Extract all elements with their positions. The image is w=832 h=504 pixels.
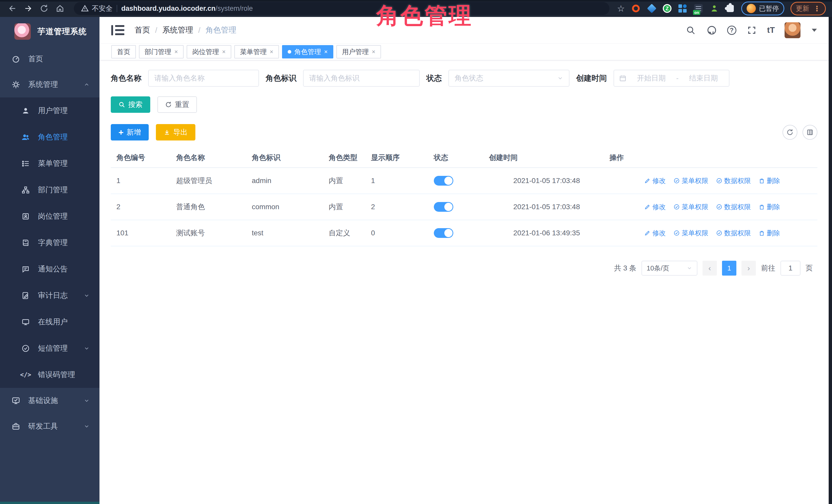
extension-ring-icon[interactable] <box>631 4 641 13</box>
status-toggle[interactable] <box>434 176 453 186</box>
role-name-input[interactable] <box>148 70 259 87</box>
status-toggle[interactable] <box>434 228 453 238</box>
sidebar-item-label: 字典管理 <box>38 238 68 248</box>
add-button[interactable]: +新增 <box>111 124 149 140</box>
close-icon[interactable]: × <box>222 48 226 55</box>
hamburger-icon[interactable] <box>111 25 124 35</box>
browser-scrollbar[interactable] <box>829 17 832 504</box>
sidebar-item-system[interactable]: 系统管理 <box>0 72 100 98</box>
sidebar-item-infrastructure[interactable]: 基础设施 <box>0 388 100 414</box>
delete-link[interactable]: 删除 <box>759 229 780 238</box>
update-chip[interactable]: 更新⋮ <box>790 2 826 16</box>
cell-role-id: 2 <box>111 194 174 220</box>
extension-green-icon[interactable]: Z <box>663 4 672 13</box>
close-icon[interactable]: × <box>174 48 178 55</box>
sidebar-item-users[interactable]: 用户管理 <box>0 98 100 124</box>
reset-button[interactable]: 重置 <box>157 97 197 113</box>
help-icon[interactable]: ? <box>727 26 736 35</box>
browser-forward-icon[interactable] <box>22 2 34 15</box>
sidebar-item-online-users[interactable]: 在线用户 <box>0 309 100 335</box>
browser-home-icon[interactable] <box>54 2 66 15</box>
close-icon[interactable]: × <box>372 48 375 55</box>
menu-perms-link[interactable]: 菜单权限 <box>674 176 708 185</box>
tab-role[interactable]: 角色管理× <box>282 45 333 58</box>
page-1-button[interactable]: 1 <box>722 261 736 275</box>
close-icon[interactable]: × <box>324 48 328 55</box>
menu-perms-link[interactable]: 菜单权限 <box>674 203 708 212</box>
role-key-label: 角色标识 <box>266 73 296 84</box>
address-bar[interactable]: 不安全 dashboard.yudao.iocoder.cn/system/ro… <box>74 2 609 15</box>
refresh-circle-button[interactable] <box>782 125 797 140</box>
screen: 不安全 dashboard.yudao.iocoder.cn/system/ro… <box>0 0 832 504</box>
sidebar-item-menus[interactable]: 菜单管理 <box>0 150 100 177</box>
status-toggle[interactable] <box>434 202 453 212</box>
font-size-icon[interactable]: tT <box>767 25 775 35</box>
export-button[interactable]: 导出 <box>156 124 196 140</box>
menu-dots-icon[interactable]: ⋮ <box>813 4 821 13</box>
app-logo-row[interactable]: 芋道管理系统 <box>0 17 100 46</box>
edit-link[interactable]: 修改 <box>644 176 666 185</box>
tab-user[interactable]: 用户管理× <box>336 45 381 58</box>
main-panel: 首页 / 系统管理 / 角色管理 ? tT 首页 部门管理× 岗位管理× 菜单管… <box>100 17 829 504</box>
pagination: 共 3 条 10条/页 ‹ 1 › 前往 页 <box>111 261 817 275</box>
date-range-picker[interactable]: 开始日期 - 结束日期 <box>614 70 729 87</box>
delete-link[interactable]: 删除 <box>759 203 780 212</box>
breadcrumb-home[interactable]: 首页 <box>135 25 150 35</box>
columns-circle-button[interactable] <box>803 125 817 140</box>
next-page-button[interactable]: › <box>742 261 756 275</box>
edit-link[interactable]: 修改 <box>644 229 666 238</box>
crud-buttons: +新增 导出 <box>111 124 196 140</box>
extension-tabs-icon[interactable]: on <box>694 4 703 13</box>
extension-person-icon[interactable] <box>709 4 719 13</box>
goto-page-input[interactable] <box>780 261 801 275</box>
menu-perms-link[interactable]: 菜单权限 <box>674 229 708 238</box>
data-perms-link[interactable]: 数据权限 <box>716 176 751 185</box>
cell-order: 0 <box>368 220 431 246</box>
search-button[interactable]: 搜索 <box>111 97 150 113</box>
cell-role-type: 自定义 <box>326 220 368 246</box>
sidebar-item-error-codes[interactable]: </> 错误码管理 <box>0 362 100 388</box>
status-select[interactable]: 角色状态 <box>448 70 569 87</box>
sidebar-item-home[interactable]: 首页 <box>0 46 100 72</box>
not-secure-badge[interactable]: 不安全 <box>81 4 112 13</box>
list-icon <box>21 159 30 168</box>
tab-dept[interactable]: 部门管理× <box>139 45 184 58</box>
sidebar-item-posts[interactable]: 岗位管理 <box>0 203 100 230</box>
prev-page-button[interactable]: ‹ <box>703 261 717 275</box>
sidebar-item-audit-log[interactable]: 审计日志 <box>0 282 100 309</box>
sidebar-item-dev-tools[interactable]: 研发工具 <box>0 414 100 439</box>
extension-gem-icon[interactable] <box>647 4 657 13</box>
profile-paused-chip[interactable]: 已暂停 <box>741 2 784 16</box>
browser-back-icon[interactable] <box>6 2 19 15</box>
breadcrumb-separator: / <box>198 26 200 35</box>
edit-link[interactable]: 修改 <box>644 203 666 212</box>
role-key-input[interactable] <box>303 70 420 87</box>
extension-grid-icon[interactable] <box>678 4 687 13</box>
tab-menu[interactable]: 菜单管理× <box>234 45 279 58</box>
browser-refresh-icon[interactable] <box>38 2 50 15</box>
fullscreen-icon[interactable] <box>746 25 757 36</box>
sidebar-item-label: 系统管理 <box>28 79 58 90</box>
delete-link[interactable]: 删除 <box>759 176 780 185</box>
search-icon[interactable] <box>685 25 696 36</box>
data-perms-link[interactable]: 数据权限 <box>716 203 751 212</box>
tab-post[interactable]: 岗位管理× <box>187 45 231 58</box>
data-perms-link[interactable]: 数据权限 <box>716 229 751 238</box>
sidebar-item-roles[interactable]: 角色管理 <box>0 124 100 150</box>
sidebar-item-notices[interactable]: 通知公告 <box>0 256 100 282</box>
chevron-down-icon[interactable] <box>812 29 817 32</box>
col-created: 创建时间 <box>486 148 607 168</box>
trash-icon <box>759 230 765 236</box>
avatar[interactable] <box>785 22 801 38</box>
page-size-select[interactable]: 10条/页 <box>642 261 697 275</box>
trash-icon <box>759 204 765 210</box>
sidebar-item-dict[interactable]: 字典管理 <box>0 230 100 256</box>
breadcrumb-system[interactable]: 系统管理 <box>162 25 193 35</box>
github-icon[interactable] <box>706 25 718 36</box>
sidebar-item-sms[interactable]: 短信管理 <box>0 335 100 362</box>
extensions-puzzle-icon[interactable] <box>725 4 735 13</box>
bookmark-star-icon[interactable]: ☆ <box>617 3 625 14</box>
sidebar-item-depts[interactable]: 部门管理 <box>0 177 100 203</box>
tab-home[interactable]: 首页 <box>111 45 136 58</box>
close-icon[interactable]: × <box>270 48 273 55</box>
